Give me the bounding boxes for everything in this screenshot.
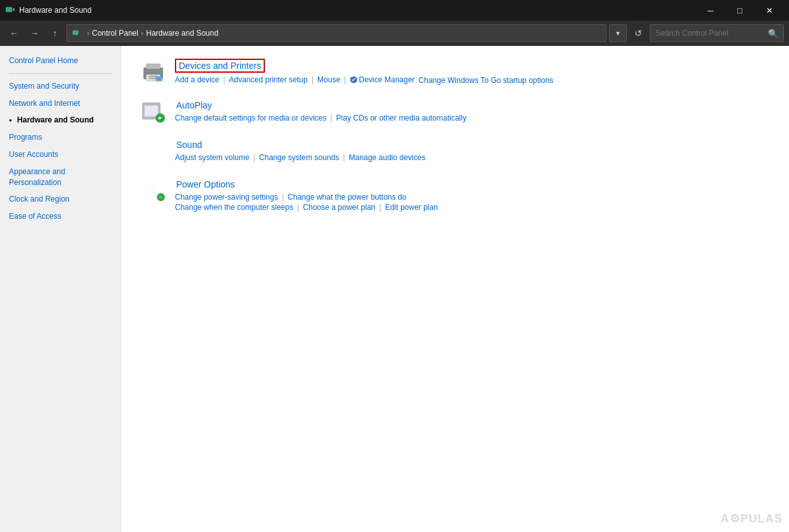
power-links-row2: Change when the computer sleeps | Choose… (175, 203, 438, 212)
sidebar-item-system-security[interactable]: System and Security (0, 78, 121, 95)
link-play-cds[interactable]: Play CDs or other media automatically (336, 114, 467, 122)
close-button[interactable]: ✕ (755, 0, 784, 20)
search-input[interactable] (656, 29, 768, 38)
link-choose-power-plan[interactable]: Choose a power plan (303, 203, 375, 212)
svg-rect-6 (146, 64, 160, 69)
svg-point-4 (75, 31, 77, 34)
minimize-button[interactable]: ─ (696, 0, 725, 20)
sound-icon (140, 138, 166, 164)
maximize-button[interactable]: □ (725, 0, 755, 20)
search-icon[interactable]: 🔍 (768, 29, 778, 38)
sidebar-item-ease-access[interactable]: Ease of Access (0, 208, 121, 225)
sidebar-item-programs[interactable]: Programs (0, 129, 121, 146)
section-autoplay: AutoPlay Change default settings for med… (140, 99, 770, 124)
link-change-system-sounds[interactable]: Change system sounds (259, 153, 339, 162)
sound-links: Adjust system volume | Change system sou… (175, 153, 425, 162)
sidebar-item-network-internet[interactable]: Network and Internet (0, 95, 121, 112)
devices-printers-title[interactable]: Devices and Printers (175, 59, 265, 73)
link-windows-to-go[interactable]: Change Windows To Go startup options (419, 76, 553, 85)
power-options-title[interactable]: Power Options (175, 178, 236, 191)
link-computer-sleeps[interactable]: Change when the computer sleeps (175, 203, 293, 212)
link-manage-audio[interactable]: Manage audio devices (349, 153, 425, 162)
sound-title[interactable]: Sound (175, 138, 203, 151)
address-path: › Control Panel › Hardware and Sound (66, 24, 606, 42)
autoplay-links: Change default settings for media or dev… (175, 114, 467, 122)
autoplay-title[interactable]: AutoPlay (175, 99, 213, 112)
breadcrumb-control-panel[interactable]: Control Panel (92, 29, 139, 38)
power-options-content: Power Options Change power-saving settin… (175, 178, 438, 212)
refresh-button[interactable]: ↺ (629, 24, 647, 42)
sidebar-item-appearance[interactable]: Appearance and Personalization (0, 163, 121, 191)
main-container: Control Panel Home System and Security N… (0, 46, 789, 532)
devices-printers-links: Add a device | Advanced printer setup | … (175, 75, 553, 85)
forward-button[interactable]: → (26, 24, 43, 42)
title-bar-controls: ─ □ ✕ (696, 0, 784, 20)
sidebar-divider (9, 73, 112, 74)
svg-point-2 (8, 8, 11, 11)
section-power-options: Power Options Change power-saving settin… (140, 178, 770, 212)
link-add-device[interactable]: Add a device (175, 75, 219, 84)
title-bar: Hardware and Sound ─ □ ✕ (0, 0, 789, 20)
sidebar-item-hardware-sound[interactable]: Hardware and Sound (0, 112, 121, 129)
search-box: 🔍 (650, 24, 784, 42)
sidebar-item-clock-region[interactable]: Clock and Region (0, 191, 121, 208)
link-adjust-volume[interactable]: Adjust system volume (175, 153, 250, 162)
up-button[interactable]: ↑ (46, 24, 64, 42)
sound-content: Sound Adjust system volume | Change syst… (175, 138, 425, 162)
svg-rect-14 (144, 105, 158, 117)
link-power-saving[interactable]: Change power-saving settings (175, 193, 278, 202)
address-dropdown[interactable]: ▾ (609, 24, 627, 42)
svg-marker-23 (150, 184, 156, 198)
sidebar-item-user-accounts[interactable]: User Accounts (0, 146, 121, 163)
devices-printers-content: Devices and Printers Add a device | Adva… (175, 59, 553, 85)
back-button[interactable]: ← (5, 24, 23, 42)
title-bar-title: Hardware and Sound (19, 6, 696, 15)
section-devices-printers: Devices and Printers Add a device | Adva… (140, 59, 770, 85)
svg-rect-1 (13, 8, 15, 11)
content-area: Devices and Printers Add a device | Adva… (121, 46, 789, 532)
link-advanced-printer-setup[interactable]: Advanced printer setup (229, 75, 308, 84)
svg-point-10 (158, 70, 161, 73)
power-links-row1: Change power-saving settings | Change wh… (175, 193, 438, 202)
svg-point-12 (158, 78, 160, 80)
autoplay-content: AutoPlay Change default settings for med… (175, 99, 467, 122)
link-edit-power-plan[interactable]: Edit power plan (385, 203, 438, 212)
address-bar: ← → ↑ › Control Panel › Hardware and Sou… (0, 20, 789, 46)
sidebar: Control Panel Home System and Security N… (0, 46, 121, 532)
section-sound: Sound Adjust system volume | Change syst… (140, 138, 770, 164)
shield-icon (350, 76, 357, 84)
sidebar-item-home[interactable]: Control Panel Home (0, 52, 121, 70)
breadcrumb-hardware-sound[interactable]: Hardware and Sound (146, 29, 218, 38)
link-device-manager[interactable]: Device Manager (359, 75, 414, 84)
power-options-icon (140, 178, 166, 203)
devices-printers-icon (140, 59, 166, 84)
link-change-default-media[interactable]: Change default settings for media or dev… (175, 114, 326, 122)
autoplay-icon (140, 99, 166, 124)
link-mouse[interactable]: Mouse (317, 75, 340, 84)
link-power-buttons[interactable]: Change what the power buttons do (288, 193, 407, 202)
title-bar-icon (5, 5, 15, 15)
